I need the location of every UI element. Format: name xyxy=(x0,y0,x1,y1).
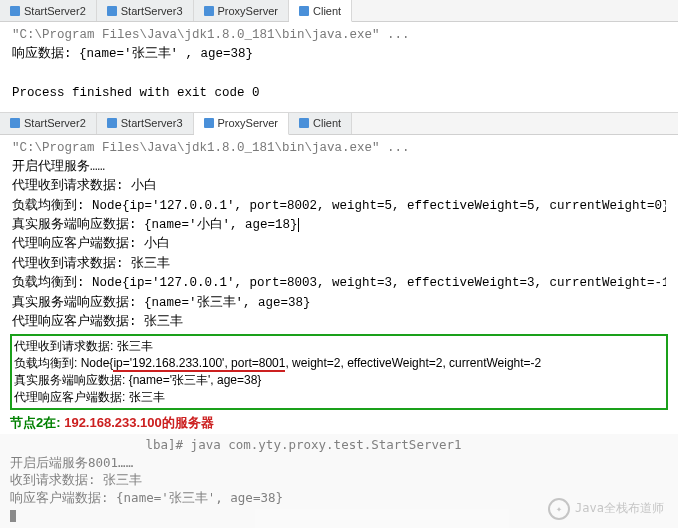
output-backend-resp: 真实服务端响应数据: {name='张三丰', age=38} xyxy=(12,294,666,313)
panel-client: StartServer2 StartServer3 ProxyServer Cl… xyxy=(0,0,678,112)
run-icon xyxy=(204,118,214,128)
tab-client[interactable]: Client xyxy=(289,0,352,22)
run-icon xyxy=(299,118,309,128)
output-backend-resp: 真实服务端响应数据: {name='小白', age=18} xyxy=(12,216,666,235)
annotation-text: 节点2在: 192.168.233.100的服务器 xyxy=(0,414,678,434)
console-exit-line: Process finished with exit code 0 xyxy=(12,84,666,103)
linux-terminal-output: lba]# java com.yty.proxy.test.StartServe… xyxy=(0,434,678,528)
output-req-recv: 代理收到请求数据: 张三丰 xyxy=(12,255,666,274)
tab-startserver3[interactable]: StartServer3 xyxy=(97,113,194,134)
console-blank xyxy=(12,65,666,84)
tab-startserver2[interactable]: StartServer2 xyxy=(0,113,97,134)
output-proxy-resp: 代理响应客户端数据: 张三丰 xyxy=(14,389,664,406)
run-icon xyxy=(107,118,117,128)
output-loadbalance-highlighted: 负载均衡到: Node{ip='192.168.233.100', port=8… xyxy=(14,355,664,372)
output-loadbalance: 负载均衡到: Node{ip='127.0.0.1', port=8002, w… xyxy=(12,197,666,216)
run-icon xyxy=(107,6,117,16)
highlighted-node-address: ip='192.168.233.100', port=8001 xyxy=(113,356,285,372)
run-icon xyxy=(10,118,20,128)
output-loadbalance: 负载均衡到: Node{ip='127.0.0.1', port=8003, w… xyxy=(12,274,666,293)
output-start-proxy: 开启代理服务…… xyxy=(12,158,666,177)
console-proxyserver[interactable]: "C:\Program Files\Java\jdk1.8.0_181\bin\… xyxy=(0,135,678,333)
run-icon xyxy=(299,6,309,16)
tab-startserver3[interactable]: StartServer3 xyxy=(97,0,194,21)
text-cursor xyxy=(298,218,299,232)
wechat-logo-icon: ✦ xyxy=(548,498,570,520)
panel-proxyserver: StartServer2 StartServer3 ProxyServer Cl… xyxy=(0,113,678,411)
highlight-box: 代理收到请求数据: 张三丰 负载均衡到: Node{ip='192.168.23… xyxy=(10,334,668,410)
console-client[interactable]: "C:\Program Files\Java\jdk1.8.0_181\bin\… xyxy=(0,22,678,112)
terminal-line: 开启后端服务8001…… xyxy=(10,454,668,472)
output-proxy-resp: 代理响应客户端数据: 张三丰 xyxy=(12,313,666,332)
watermark: ✦ Java全栈布道师 xyxy=(548,498,664,520)
tab-startserver2[interactable]: StartServer2 xyxy=(0,0,97,21)
console-cmd-line: "C:\Program Files\Java\jdk1.8.0_181\bin\… xyxy=(12,26,666,45)
terminal-line: 收到请求数据: 张三丰 xyxy=(10,471,668,489)
output-req-recv: 代理收到请求数据: 张三丰 xyxy=(14,338,664,355)
run-icon xyxy=(204,6,214,16)
run-icon xyxy=(10,6,20,16)
console-output-line: 响应数据: {name='张三丰' , age=38} xyxy=(12,45,666,64)
terminal-cursor xyxy=(10,510,16,522)
output-req-recv: 代理收到请求数据: 小白 xyxy=(12,177,666,196)
terminal-cmd: lba]# java com.yty.proxy.test.StartServe… xyxy=(10,436,668,454)
tab-proxyserver[interactable]: ProxyServer xyxy=(194,0,290,21)
output-backend-resp: 真实服务端响应数据: {name='张三丰', age=38} xyxy=(14,372,664,389)
output-proxy-resp: 代理响应客户端数据: 小白 xyxy=(12,235,666,254)
tab-client[interactable]: Client xyxy=(289,113,352,134)
tabs-bar-top: StartServer2 StartServer3 ProxyServer Cl… xyxy=(0,0,678,22)
tab-proxyserver[interactable]: ProxyServer xyxy=(194,113,290,135)
tabs-bar-bottom: StartServer2 StartServer3 ProxyServer Cl… xyxy=(0,113,678,135)
console-cmd-line: "C:\Program Files\Java\jdk1.8.0_181\bin\… xyxy=(12,139,666,158)
